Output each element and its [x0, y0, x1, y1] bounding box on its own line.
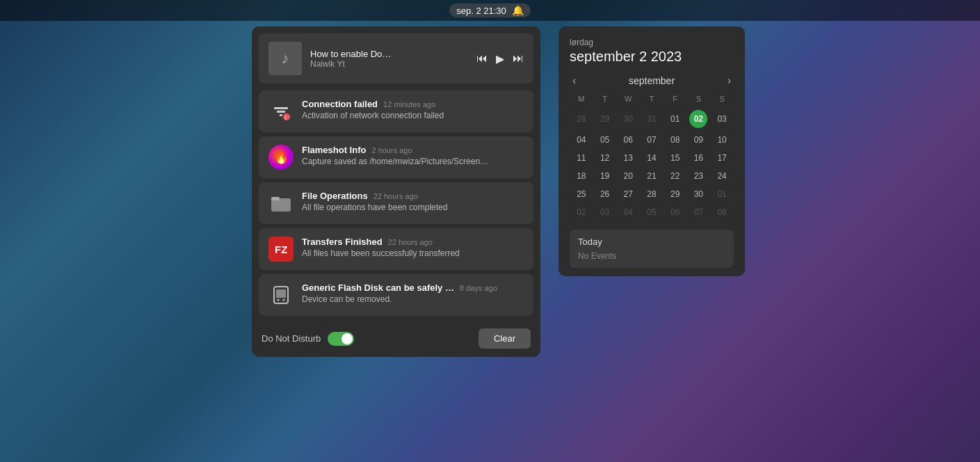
cal-day[interactable]: 09 [687, 131, 711, 149]
taskbar: sep. 2 21:30 🔔 [0, 0, 980, 21]
cal-prev-button[interactable]: ‹ [570, 74, 579, 87]
cal-day[interactable]: 02 [570, 203, 593, 221]
notifications-list: ! Connection failed 12 minutes ago Activ… [252, 90, 540, 316]
cal-month-title: september [629, 75, 675, 86]
cal-day[interactable]: 07 [640, 131, 664, 149]
play-button[interactable]: ▶ [496, 52, 504, 65]
notification-content: Transfers Finished 22 hours ago All file… [302, 237, 524, 258]
cal-next-button[interactable]: › [725, 74, 734, 87]
svg-rect-2 [280, 114, 282, 116]
cal-day[interactable]: 03 [593, 203, 617, 221]
cal-day[interactable]: 30 [616, 107, 640, 131]
cal-day[interactable]: 04 [570, 131, 593, 149]
cal-day[interactable]: 10 [710, 131, 734, 149]
dnd-toggle[interactable] [328, 332, 354, 346]
music-controls: ⏮ ▶ ⏭ [476, 52, 524, 65]
cal-day[interactable]: 01 [710, 185, 734, 203]
notif-title: File Operations [302, 191, 368, 201]
notif-body: All file operations have been completed [302, 202, 524, 212]
cal-day[interactable]: 08 [664, 131, 687, 149]
notification-content: Flameshot Info 2 hours ago Capture saved… [302, 145, 524, 166]
svg-rect-9 [276, 289, 286, 298]
cal-day[interactable]: 27 [616, 185, 640, 203]
notif-time: 2 hours ago [371, 146, 412, 154]
taskbar-clock[interactable]: sep. 2 21:30 🔔 [449, 3, 531, 17]
cal-day[interactable]: 22 [664, 167, 687, 185]
cal-day[interactable]: 06 [664, 203, 687, 221]
cal-day[interactable]: 31 [640, 107, 664, 131]
cal-day[interactable]: 04 [616, 203, 640, 221]
cal-week-6: 02 03 04 05 06 07 08 [570, 203, 734, 221]
flameshot-icon: 🔥 [268, 145, 294, 170]
cal-weekday-sun: S [710, 93, 734, 107]
cal-day[interactable]: 26 [593, 185, 617, 203]
svg-rect-0 [274, 107, 288, 109]
cal-day[interactable]: 12 [593, 149, 617, 167]
notif-time: 22 hours ago [373, 192, 418, 200]
cal-day-label: lørdag [570, 38, 734, 47]
cal-nav: ‹ september › [570, 74, 734, 87]
usb-icon [268, 282, 294, 308]
clear-button[interactable]: Clear [479, 328, 531, 349]
notif-title: Connection failed [302, 99, 378, 109]
cal-day[interactable]: 17 [710, 149, 734, 167]
dnd-section: Do Not Disturb [262, 332, 354, 346]
cal-weekday-sat: S [687, 93, 711, 107]
notif-title: Transfers Finished [302, 237, 383, 247]
cal-day[interactable]: 23 [687, 167, 711, 185]
cal-day[interactable]: 14 [640, 149, 664, 167]
filezilla-icon: FZ [268, 237, 294, 262]
cal-day[interactable]: 24 [710, 167, 734, 185]
cal-day[interactable]: 21 [640, 167, 664, 185]
notification-item-file-operations[interactable]: File Operations 22 hours ago All file op… [259, 182, 533, 224]
cal-day[interactable]: 07 [687, 203, 711, 221]
svg-text:!: ! [285, 116, 287, 120]
cal-day[interactable]: 29 [593, 107, 617, 131]
cal-day[interactable]: 28 [640, 185, 664, 203]
prev-button[interactable]: ⏮ [476, 52, 488, 65]
cal-day[interactable]: 08 [710, 203, 734, 221]
notification-item-connection-failed[interactable]: ! Connection failed 12 minutes ago Activ… [259, 90, 533, 132]
cal-day[interactable]: 28 [570, 107, 593, 131]
notif-body: Activation of network connection failed [302, 111, 524, 120]
cal-day[interactable]: 05 [640, 203, 664, 221]
cal-day[interactable]: 01 [664, 107, 687, 131]
next-button[interactable]: ⏭ [513, 52, 524, 65]
cal-day[interactable]: 16 [687, 149, 711, 167]
cal-weekday-tue: T [593, 93, 617, 107]
cal-day[interactable]: 30 [687, 185, 711, 203]
notification-item-flameshot[interactable]: 🔥 Flameshot Info 2 hours ago Capture sav… [259, 136, 533, 178]
notification-item-transfers[interactable]: FZ Transfers Finished 22 hours ago All f… [259, 228, 533, 270]
cal-weekday-wed: W [616, 93, 640, 107]
cal-day[interactable]: 03 [710, 107, 734, 131]
cal-day[interactable]: 15 [664, 149, 687, 167]
network-error-icon: ! [268, 99, 294, 124]
cal-day[interactable]: 29 [664, 185, 687, 203]
cal-week-3: 11 12 13 14 15 16 17 [570, 149, 734, 167]
cal-day[interactable]: 05 [593, 131, 617, 149]
svg-point-3 [283, 113, 290, 120]
calendar-grid: M T W T F S S 28 29 30 31 01 02 03 04 05 [570, 93, 734, 221]
music-artist: Naiwik Yt [310, 59, 468, 69]
cal-day-today[interactable]: 02 [687, 107, 711, 131]
svg-text:FZ: FZ [275, 244, 287, 255]
folder-icon [268, 191, 294, 216]
music-note-icon: ♪ [282, 49, 289, 67]
cal-full-date: september 2 2023 [570, 49, 734, 65]
bell-icon[interactable]: 🔔 [512, 5, 524, 16]
cal-week-1: 28 29 30 31 01 02 03 [570, 107, 734, 131]
music-info: How to enable Do… Naiwik Yt [310, 49, 468, 69]
cal-day[interactable]: 13 [616, 149, 640, 167]
cal-day[interactable]: 19 [593, 167, 617, 185]
cal-day[interactable]: 20 [616, 167, 640, 185]
svg-point-10 [278, 299, 280, 301]
cal-day[interactable]: 25 [570, 185, 593, 203]
today-circle: 02 [689, 110, 707, 128]
cal-day[interactable]: 18 [570, 167, 593, 185]
notification-panel: ♪ How to enable Do… Naiwik Yt ⏮ ▶ ⏭ ! [252, 26, 540, 357]
notif-header: Connection failed 12 minutes ago [302, 99, 524, 109]
notification-item-flash-disk[interactable]: Generic Flash Disk can be safely … 8 day… [259, 274, 533, 316]
cal-day[interactable]: 06 [616, 131, 640, 149]
cal-day[interactable]: 11 [570, 149, 593, 167]
notif-title: Flameshot Info [302, 145, 366, 155]
